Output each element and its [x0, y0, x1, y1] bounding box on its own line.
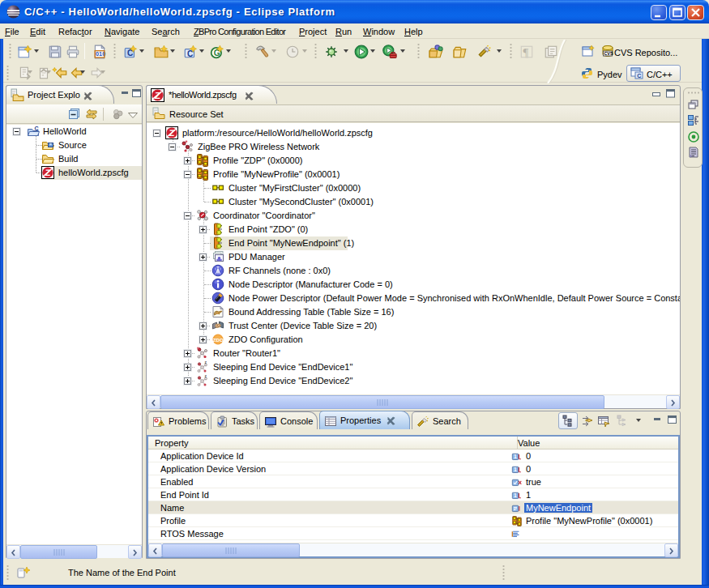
svg-text:CVS: CVS [604, 51, 613, 56]
svg-text:C: C [637, 73, 641, 79]
